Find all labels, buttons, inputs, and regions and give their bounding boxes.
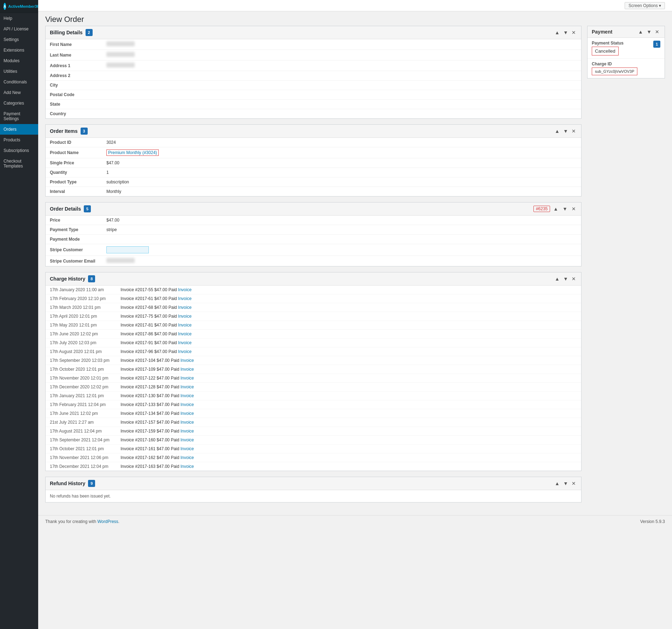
refund-history-close[interactable]: ✕ — [571, 481, 577, 486]
charge-date: 17th June 2020 12:02 pm — [50, 331, 121, 336]
invoice-link[interactable]: Invoice — [181, 402, 194, 407]
invoice-link[interactable]: Invoice — [178, 349, 192, 354]
invoice-link[interactable]: Invoice — [178, 305, 192, 310]
invoice-link[interactable]: Invoice — [178, 314, 192, 319]
refund-history-header: Refund History 9 ▲ ▼ ✕ — [46, 477, 581, 490]
refund-history-up[interactable]: ▲ — [554, 481, 561, 486]
footer-wordpress-link[interactable]: WordPress — [97, 519, 118, 524]
sidebar-item-categories[interactable]: Categories — [0, 98, 38, 108]
invoice-link[interactable]: Invoice — [181, 384, 194, 389]
billing-collapse-up[interactable]: ▲ — [554, 30, 561, 35]
payment-down[interactable]: ▼ — [645, 29, 653, 35]
sidebar-item-modules[interactable]: Modules — [0, 55, 38, 66]
order-details-field-label: Payment Mode — [50, 237, 106, 242]
charge-history-up[interactable]: ▲ — [554, 276, 561, 282]
sidebar-item-orders[interactable]: Orders — [0, 124, 38, 135]
invoice-link[interactable]: Invoice — [181, 376, 194, 381]
charge-details: Invoice #2017-86 $47.00 Paid Invoice — [121, 331, 192, 336]
charge-history-row: 17th February 2020 12:10 pmInvoice #2017… — [46, 294, 581, 303]
invoice-link[interactable]: Invoice — [178, 287, 192, 292]
charge-history-close[interactable]: ✕ — [571, 276, 577, 282]
billing-title: Billing Details 2 — [50, 29, 93, 36]
charge-details: Invoice #2017-134 $47.00 Paid Invoice — [121, 411, 194, 416]
order-item-field-value: Premium Monthly (#3024) — [106, 149, 159, 156]
payment-up[interactable]: ▲ — [637, 29, 644, 35]
sidebar-item-payment-settings[interactable]: Payment Settings — [0, 108, 38, 124]
sidebar-item-subscriptions[interactable]: Subscriptions — [0, 145, 38, 156]
order-item-field-label: Single Price — [50, 160, 106, 165]
billing-field-label: State — [50, 102, 106, 107]
order-item-field-row: Single Price$47.00 — [46, 158, 581, 168]
charge-details: Invoice #2017-61 $47.00 Paid Invoice — [121, 296, 192, 301]
billing-field-row: First Name — [46, 39, 581, 50]
billing-field-row: Country — [46, 109, 581, 118]
order-details-section: Order Details 5 #6235 ▲ ▼ ✕ Price$47.00P… — [45, 202, 582, 266]
invoice-link[interactable]: Invoice — [181, 420, 194, 425]
order-items-down[interactable]: ▼ — [562, 128, 569, 134]
billing-controls: ▲ ▼ ✕ — [554, 30, 577, 35]
main-column: Billing Details 2 ▲ ▼ ✕ First NameLast N… — [45, 26, 582, 508]
invoice-link[interactable]: Invoice — [178, 340, 192, 345]
invoice-link[interactable]: Invoice — [181, 393, 194, 398]
sidebar-item-api[interactable]: API / License — [0, 24, 38, 34]
billing-field-row: City — [46, 81, 581, 90]
order-items-up[interactable]: ▲ — [554, 128, 561, 134]
charge-date: 17th December 2021 12:04 pm — [50, 464, 121, 469]
brand[interactable]: A ActiveMember360 — [0, 0, 38, 13]
order-item-field-label: Product Type — [50, 180, 106, 184]
payment-header: Payment ▲ ▼ ✕ — [588, 26, 665, 38]
order-id-badge[interactable]: #6235 — [533, 206, 550, 212]
invoice-link[interactable]: Invoice — [178, 323, 192, 328]
sidebar-item-checkout-templates[interactable]: Checkout Templates — [0, 156, 38, 171]
payment-close[interactable]: ✕ — [654, 29, 660, 35]
charge-details: Invoice #2017-75 $47.00 Paid Invoice — [121, 314, 192, 319]
invoice-link[interactable]: Invoice — [181, 464, 194, 469]
invoice-link[interactable]: Invoice — [181, 446, 194, 451]
charge-history-row: 17th November 2021 12:06 pmInvoice #2017… — [46, 453, 581, 462]
sidebar-item-utilities[interactable]: Utilities — [0, 66, 38, 77]
order-details-field-label: Stripe Customer Email — [50, 259, 106, 264]
invoice-link[interactable]: Invoice — [181, 367, 194, 372]
charge-date: 17th July 2020 12:03 pm — [50, 340, 121, 345]
charge-history-row: 17th January 2021 12:01 pmInvoice #2017-… — [46, 392, 581, 400]
billing-close[interactable]: ✕ — [571, 30, 577, 35]
charge-id-label: Charge ID — [592, 61, 660, 66]
stripe-customer-input[interactable] — [106, 246, 149, 253]
refund-history-down[interactable]: ▼ — [562, 481, 569, 486]
order-item-field-row: Product ID3024 — [46, 138, 581, 147]
sidebar-item-add-new[interactable]: Add New — [0, 87, 38, 98]
charge-history-row: 17th November 2020 12:01 pmInvoice #2017… — [46, 374, 581, 383]
order-details-field-value: stripe — [106, 227, 117, 232]
charge-history-row: 17th October 2020 12:01 pmInvoice #2017-… — [46, 365, 581, 374]
sidebar-item-settings[interactable]: Settings — [0, 34, 38, 45]
invoice-link[interactable]: Invoice — [181, 437, 194, 442]
screen-options-button[interactable]: Screen Options ▾ — [625, 2, 665, 9]
invoice-link[interactable]: Invoice — [181, 358, 194, 363]
invoice-link[interactable]: Invoice — [181, 429, 194, 434]
charge-details: Invoice #2017-122 $47.00 Paid Invoice — [121, 376, 194, 381]
charge-history-down[interactable]: ▼ — [562, 276, 569, 282]
charge-date: 17th January 2021 12:01 pm — [50, 393, 121, 398]
invoice-link[interactable]: Invoice — [181, 455, 194, 460]
billing-collapse-down[interactable]: ▼ — [562, 30, 569, 35]
order-details-down[interactable]: ▼ — [561, 206, 568, 212]
billing-field-row: State — [46, 100, 581, 109]
sidebar-item-extensions[interactable]: Extensions — [0, 45, 38, 55]
order-details-field-row: Payment Mode — [46, 235, 581, 244]
sidebar-item-help[interactable]: Help — [0, 13, 38, 24]
product-name-link[interactable]: Premium Monthly (#3024) — [106, 149, 159, 156]
sidebar-item-products[interactable]: Products — [0, 135, 38, 145]
brand-icon: A — [4, 3, 6, 10]
invoice-link[interactable]: Invoice — [178, 296, 192, 301]
order-items-close[interactable]: ✕ — [571, 128, 577, 134]
charge-details: Invoice #2017-68 $47.00 Paid Invoice — [121, 305, 192, 310]
order-details-up[interactable]: ▲ — [552, 206, 559, 212]
charge-history-row: 17th March 2020 12:01 pmInvoice #2017-68… — [46, 303, 581, 312]
charge-date: 17th February 2020 12:10 pm — [50, 296, 121, 301]
invoice-link[interactable]: Invoice — [181, 411, 194, 416]
sidebar-item-conditionals[interactable]: Conditionals — [0, 77, 38, 87]
order-details-close[interactable]: ✕ — [571, 206, 577, 212]
invoice-link[interactable]: Invoice — [178, 331, 192, 336]
sidebar: A ActiveMember360 HelpAPI / LicenseSetti… — [0, 0, 38, 629]
no-refunds-message: No refunds has been issued yet. — [46, 490, 581, 502]
